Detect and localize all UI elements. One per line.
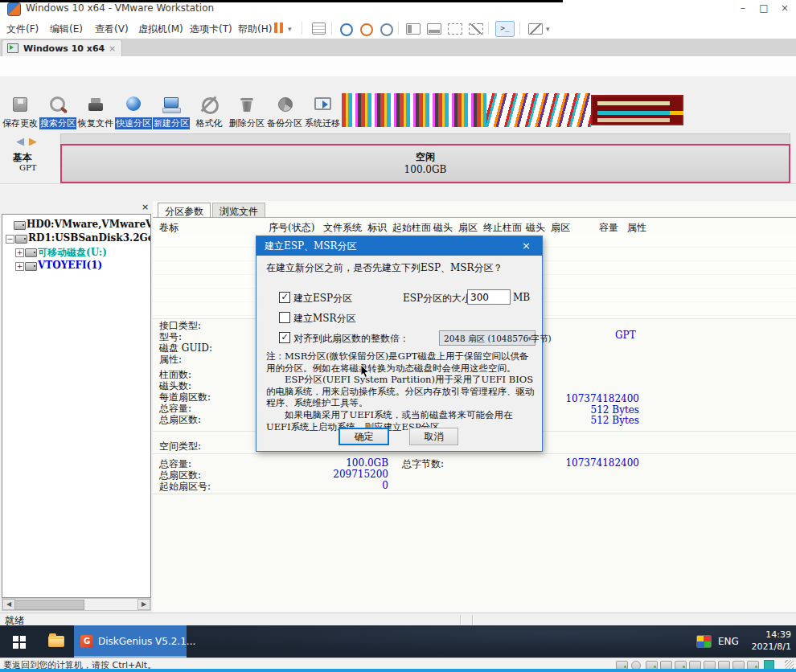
snapshot-manager-icon[interactable]	[380, 23, 393, 36]
clock-date[interactable]: 2021/8/1	[741, 641, 791, 652]
col-filesystem[interactable]: 文件系统	[323, 221, 362, 235]
pause-vm-icon[interactable]	[274, 23, 277, 33]
recover-files-button[interactable]: 恢复文件	[77, 93, 114, 129]
display-color-icon[interactable]	[696, 635, 712, 648]
show-thumbnail-bar-icon[interactable]	[427, 23, 441, 35]
vmware-logo-icon	[7, 2, 21, 16]
language-indicator[interactable]: ENG	[718, 636, 739, 647]
windows-taskbar: DiskGenius V5.2.1... ENG 14:39 2021/8/1	[0, 625, 796, 658]
tree-item-hd0[interactable]: HD0:VMware,VMwareVirtualS	[27, 219, 151, 232]
esp-size-input[interactable]	[467, 289, 511, 305]
esp-checkbox[interactable]: ✓	[279, 292, 290, 303]
power-dropdown-icon[interactable]: ▾	[288, 25, 292, 33]
format-button[interactable]: 格式化	[191, 93, 228, 129]
disk-info-bar: 磁盘 0 接口:Sas 型号:VMware,VMwareVirtualS 容量:…	[0, 183, 796, 202]
vm-tab-windows10[interactable]: Windows 10 x64 ×	[2, 39, 122, 57]
align-dropdown-value: 2048 扇区 (1048576 字节)	[444, 334, 552, 345]
esp-checkbox-label[interactable]: 建立ESP分区	[293, 292, 352, 305]
prev-disk-icon[interactable]: ◀	[16, 135, 24, 147]
vmware-maximize-button[interactable]: □	[754, 0, 773, 16]
collapse-icon[interactable]: −	[6, 235, 14, 244]
dialog-close-icon[interactable]: ×	[522, 240, 531, 252]
panel-close-icon[interactable]: ×	[142, 202, 149, 212]
vmware-menu-edit[interactable]: 编辑(E)	[50, 23, 83, 36]
file-explorer-button[interactable]	[39, 625, 74, 658]
start-button[interactable]	[0, 625, 39, 658]
dialog-titlebar[interactable]: 建立ESP、MSR分区 ×	[256, 236, 542, 256]
fullscreen-dropdown-icon[interactable]: ▾	[546, 25, 550, 33]
console-view-button[interactable]: >_	[495, 21, 515, 37]
quick-partition-button[interactable]: 快速分区	[115, 93, 152, 129]
disk-overview-area: ◀ ▶ 基本 GPT 空闲 100.0GB	[0, 130, 796, 183]
partition-table-header: 卷标 序号(状态) 文件系统 标识 起始柱面 磁头 扇区 终止柱面 磁头 扇区 …	[153, 218, 796, 235]
clock-time[interactable]: 14:39	[741, 629, 791, 640]
msr-checkbox-label[interactable]: 建立MSR分区	[293, 312, 356, 326]
scrollbar-thumb[interactable]	[14, 600, 84, 610]
scroll-left-icon[interactable]: ◀	[2, 599, 15, 610]
align-sector-dropdown[interactable]: 2048 扇区 (1048576 字节) ▾	[439, 330, 535, 346]
msr-checkbox[interactable]	[279, 312, 290, 323]
laptop-icon	[161, 95, 182, 114]
col-sector[interactable]: 扇区	[458, 221, 478, 235]
col-attributes[interactable]: 属性	[627, 221, 646, 235]
col-sector2[interactable]: 扇区	[551, 221, 570, 235]
col-end-cylinder[interactable]: 终止柱面	[483, 221, 522, 235]
resize-grip[interactable]	[785, 660, 794, 669]
col-capacity[interactable]: 容量	[599, 221, 618, 235]
vmware-tabbar: Windows 10 x64 ×	[0, 39, 796, 57]
tree-horizontal-scrollbar[interactable]: ◀ ▶	[2, 598, 151, 611]
dialog-note: 注：MSR分区(微软保留分区)是GPT磁盘上用于保留空间以供备用的分区。例如在将…	[266, 350, 536, 432]
tab-browse-files[interactable]: 浏览文件	[212, 203, 265, 217]
align-checkbox-label[interactable]: 对齐到此扇区数的整数倍：	[293, 332, 409, 346]
col-index-status[interactable]: 序号(状态)	[269, 221, 314, 235]
col-head[interactable]: 磁头	[433, 221, 453, 235]
top-glitch-line	[0, 0, 563, 2]
vm-tab-close-icon[interactable]: ×	[109, 43, 116, 54]
tree-item-vtoyefi[interactable]: + VTOYEFI(1)	[38, 260, 102, 272]
col-id[interactable]: 标识	[367, 221, 387, 235]
tree-item-removable-u[interactable]: + 可移动磁盘(U:)	[38, 246, 107, 259]
take-snapshot-icon[interactable]	[340, 23, 353, 36]
fullscreen-icon[interactable]	[528, 23, 543, 35]
expand-icon[interactable]: +	[15, 262, 24, 271]
send-ctrl-alt-del-icon[interactable]	[312, 23, 326, 35]
vmware-menu-tabs[interactable]: 选项卡(T)	[190, 23, 232, 36]
glitch-noise	[486, 93, 591, 127]
diskgenius-task-button[interactable]: DiskGenius V5.2.1...	[74, 625, 187, 658]
tree-item-rd1[interactable]: − RD1:USBSanDisk3.2Gen1 (29G	[28, 232, 151, 245]
save-changes-button[interactable]: 保存更改	[2, 93, 39, 129]
search-partition-button[interactable]: 搜索分区	[39, 93, 76, 129]
expand-icon[interactable]: +	[15, 248, 24, 257]
vmware-menu-view[interactable]: 查看(V)	[95, 23, 129, 36]
unity-mode-icon[interactable]	[448, 23, 462, 35]
removable-disk-icon	[15, 235, 27, 244]
separator	[153, 494, 796, 494]
dialog-question: 在建立新分区之前，是否先建立下列ESP、MSR分区？	[266, 261, 503, 275]
align-checkbox[interactable]: ✓	[279, 332, 290, 343]
next-disk-icon[interactable]: ▶	[29, 135, 37, 147]
backup-partition-button[interactable]: 备份分区	[266, 93, 303, 129]
col-volume-label[interactable]: 卷标	[159, 221, 178, 235]
vmware-close-button[interactable]: ×	[775, 0, 794, 16]
scroll-right-icon[interactable]: ▶	[137, 599, 150, 610]
free-space-bar[interactable]: 空闲 100.0GB	[60, 144, 790, 183]
dialog-title: 建立ESP、MSR分区	[265, 240, 357, 253]
system-migrate-button[interactable]: 系统迁移	[304, 93, 341, 129]
col-head2[interactable]: 磁头	[526, 221, 545, 235]
revert-snapshot-icon[interactable]	[360, 23, 373, 36]
vmware-menu-help[interactable]: 帮助(H)	[238, 23, 272, 36]
free-space-label: 空闲	[62, 150, 789, 164]
new-partition-button[interactable]: 新建分区	[153, 93, 190, 129]
col-start-cylinder[interactable]: 起始柱面	[392, 221, 431, 235]
exit-unity-icon[interactable]	[469, 23, 483, 35]
bottom-edge-bar	[0, 669, 796, 672]
vmware-menu-file[interactable]: 文件(F)	[6, 23, 39, 36]
tab-partition-params[interactable]: 分区参数	[158, 203, 211, 217]
cancel-button[interactable]: 取消	[409, 428, 458, 445]
delete-partition-button[interactable]: 删除分区	[228, 93, 265, 129]
vmware-menu-vm[interactable]: 虚拟机(M)	[138, 23, 183, 36]
ok-button[interactable]: 确定	[339, 428, 389, 445]
vmware-minimize-button[interactable]: –	[733, 0, 753, 16]
show-library-icon[interactable]	[406, 23, 421, 35]
diskgenius-logo-icon	[80, 635, 93, 648]
